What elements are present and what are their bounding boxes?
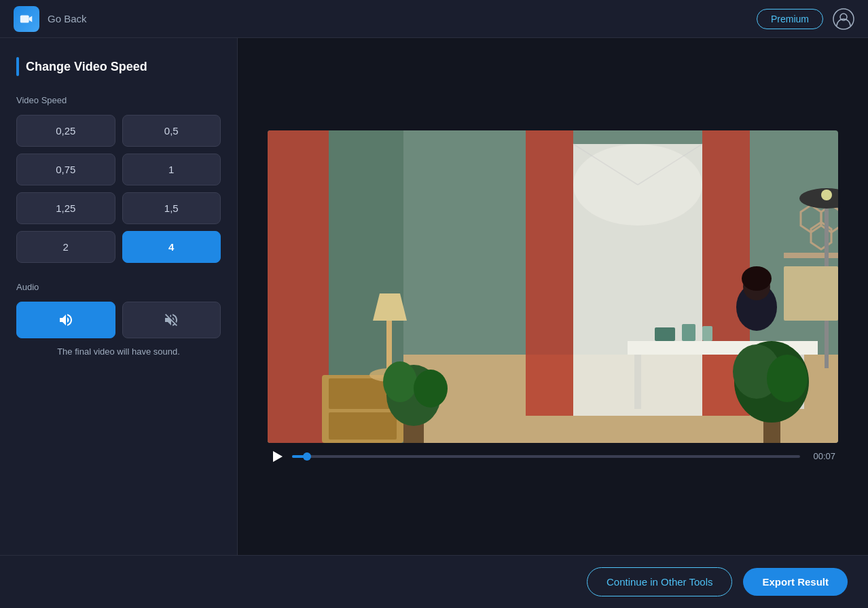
sidebar-title-wrapper: Change Video Speed xyxy=(16,57,221,76)
svg-rect-0 xyxy=(20,15,29,22)
app-logo xyxy=(14,6,39,32)
svg-marker-45 xyxy=(273,451,283,462)
continue-in-other-tools-button[interactable]: Continue in Other Tools xyxy=(587,567,732,596)
audio-buttons xyxy=(16,302,221,338)
footer: Continue in Other Tools Export Result xyxy=(0,555,868,608)
progress-fill xyxy=(292,455,307,458)
svg-rect-43 xyxy=(682,324,695,341)
speed-btn-125[interactable]: 1,25 xyxy=(16,192,115,224)
sidebar: Change Video Speed Video Speed 0,25 0,5 … xyxy=(0,38,238,555)
svg-point-18 xyxy=(742,266,772,291)
svg-point-28 xyxy=(414,370,448,408)
svg-rect-41 xyxy=(784,266,838,321)
speed-btn-1[interactable]: 1 xyxy=(122,154,221,185)
video-container: 00:07 xyxy=(268,130,838,463)
speaker-on-icon xyxy=(58,312,74,328)
play-button[interactable] xyxy=(270,450,284,463)
time-display: 00:07 xyxy=(808,451,835,461)
audio-label: Audio xyxy=(16,282,221,292)
audio-sound-on-button[interactable] xyxy=(16,302,115,338)
progress-bar[interactable] xyxy=(292,455,800,458)
header: Go Back Premium xyxy=(0,0,868,38)
video-speed-label: Video Speed xyxy=(16,95,221,105)
video-controls: 00:07 xyxy=(268,450,838,463)
speed-btn-05[interactable]: 0,5 xyxy=(122,115,221,147)
svg-point-32 xyxy=(767,355,808,402)
audio-note: The final video will have sound. xyxy=(16,346,221,357)
go-back-link[interactable]: Go Back xyxy=(48,13,87,24)
user-account-button[interactable] xyxy=(833,8,854,30)
svg-rect-14 xyxy=(634,355,641,409)
audio-section: Audio The final video will xyxy=(16,282,221,357)
play-icon xyxy=(270,450,284,463)
main-layout: Change Video Speed Video Speed 0,25 0,5 … xyxy=(0,38,868,555)
svg-rect-21 xyxy=(329,412,397,440)
speed-btn-2[interactable]: 2 xyxy=(16,231,115,263)
speed-btn-025[interactable]: 0,25 xyxy=(16,115,115,147)
svg-rect-7 xyxy=(526,130,573,416)
header-right: Premium xyxy=(757,8,854,30)
user-icon xyxy=(833,8,854,30)
speed-btn-075[interactable]: 0,75 xyxy=(16,154,115,185)
content-area: 00:07 xyxy=(238,38,868,555)
svg-rect-42 xyxy=(655,327,675,341)
svg-rect-6 xyxy=(268,130,329,443)
export-result-button[interactable]: Export Result xyxy=(743,568,848,596)
header-left: Go Back xyxy=(14,6,87,32)
speed-btn-15[interactable]: 1,5 xyxy=(122,192,221,224)
svg-rect-33 xyxy=(784,253,838,258)
speaker-off-icon xyxy=(163,312,179,328)
video-frame xyxy=(268,130,838,443)
audio-sound-off-button[interactable] xyxy=(122,302,221,338)
svg-rect-44 xyxy=(702,326,712,341)
speed-btn-4[interactable]: 4 xyxy=(122,231,221,263)
sidebar-title: Change Video Speed xyxy=(26,60,147,74)
progress-thumb xyxy=(303,452,311,461)
svg-point-27 xyxy=(383,361,417,402)
video-thumbnail xyxy=(268,130,838,443)
svg-point-40 xyxy=(821,190,832,200)
premium-button[interactable]: Premium xyxy=(757,9,823,29)
speed-grid: 0,25 0,5 0,75 1 1,25 1,5 2 4 xyxy=(16,115,221,263)
sidebar-accent-bar xyxy=(16,57,19,76)
